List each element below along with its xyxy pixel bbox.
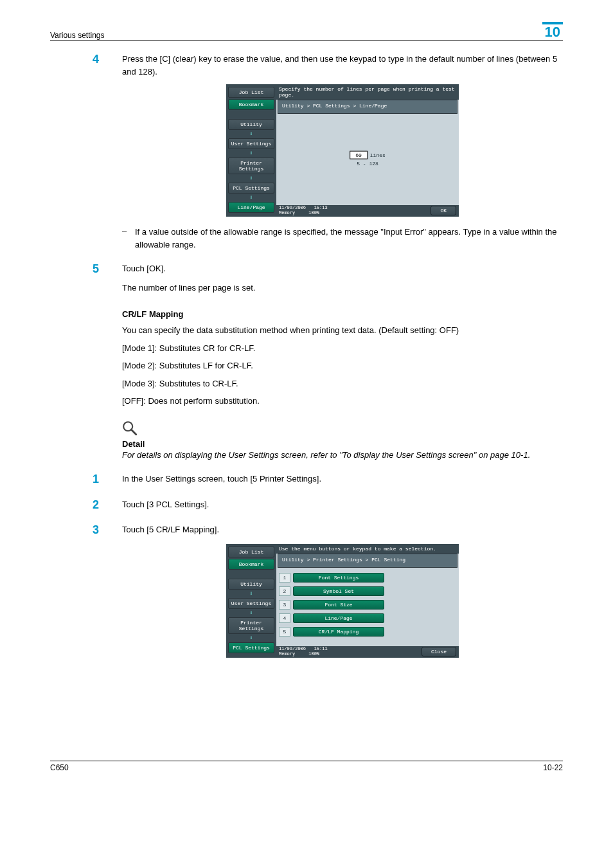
detail-heading: Detail	[122, 439, 563, 449]
crlf-off: [OFF]: Does not perform substitution.	[50, 395, 563, 408]
ss-user-settings-button[interactable]: User Settings	[228, 598, 274, 609]
dash-bullet: –	[122, 226, 135, 251]
ss-menu-item[interactable]: 2Symbol Set	[279, 586, 456, 596]
printer-screenshot-linepage: Job List Bookmark Utility ⬇ User Setting…	[226, 84, 459, 217]
crlf-heading: CR/LF Mapping	[50, 309, 563, 319]
ss-utility-button[interactable]: Utility	[228, 579, 274, 590]
ss-breadcrumb: Utility > Printer Settings > PCL Setting	[278, 554, 458, 568]
ss-ok-button[interactable]: OK	[431, 206, 456, 215]
ss-menu-label: Font Size	[293, 600, 384, 610]
down-arrow-icon: ⬇	[249, 610, 253, 617]
down-arrow-icon: ⬇	[249, 131, 253, 138]
ss-instruction-text: Specify the number of lines per page whe…	[276, 84, 459, 100]
ss-range-label: 5 - 128	[357, 161, 378, 167]
step-text: Press the [C] (clear) key to erase the v…	[122, 53, 563, 78]
ss-footer-info: 11/09/2006 15:11 Memory 100%	[279, 647, 422, 656]
step-number: 4	[93, 53, 122, 78]
ss-lines-input[interactable]: 60	[350, 151, 368, 159]
down-arrow-icon: ⬇	[249, 194, 253, 201]
ss-job-list-button[interactable]: Job List	[228, 547, 274, 557]
chapter-number: 10	[542, 22, 563, 40]
step-text: Touch [3 PCL Settings].	[122, 498, 563, 512]
step-number: 5	[93, 262, 122, 276]
ss-menu-item[interactable]: 5CR/LF Mapping	[279, 627, 456, 637]
ss-menu-label: Symbol Set	[293, 586, 384, 596]
ss-menu-number: 4	[279, 613, 290, 623]
ss-menu-number: 2	[279, 586, 290, 596]
step-number: 3	[93, 523, 122, 538]
step-note-text: If a value outside of the allowable rang…	[135, 226, 563, 251]
ss-menu-item[interactable]: 3Font Size	[279, 600, 456, 610]
ss-menu-number: 1	[279, 573, 290, 583]
step-text: In the User Settings screen, touch [5 Pr…	[122, 473, 563, 487]
ss-menu-item[interactable]: 1Font Settings	[279, 573, 456, 583]
crlf-mode2: [Mode 2]: Substitutes LF for CR-LF.	[50, 359, 563, 372]
ss-pcl-settings-button[interactable]: PCL Settings	[228, 642, 274, 653]
section-title: Various settings	[50, 31, 105, 40]
ss-bookmark-button[interactable]: Bookmark	[228, 559, 274, 570]
ss-menu-number: 3	[279, 600, 290, 610]
footer-model: C650	[50, 763, 69, 772]
step-text: Touch [OK].	[122, 262, 563, 276]
ss-footer-info: 11/09/2006 15:13 Memory 100%	[279, 206, 431, 215]
down-arrow-icon: ⬇	[249, 590, 253, 597]
step-number: 2	[93, 498, 122, 512]
ss-line-page-button[interactable]: Line/Page	[228, 202, 274, 213]
down-arrow-icon: ⬇	[249, 175, 253, 182]
svg-line-1	[131, 429, 136, 435]
crlf-intro: You can specify the data substitution me…	[50, 324, 563, 337]
ss-close-button[interactable]: Close	[422, 647, 456, 656]
ss-pcl-settings-button[interactable]: PCL Settings	[228, 183, 274, 194]
ss-menu-number: 5	[279, 627, 290, 637]
page-header: Various settings 10	[50, 22, 563, 41]
crlf-mode3: [Mode 3]: Substitutes to CR-LF.	[50, 377, 563, 390]
footer-page-number: 10-22	[543, 763, 563, 772]
step-result-text: The number of lines per page is set.	[122, 282, 563, 294]
page-footer: C650 10-22	[50, 761, 563, 772]
step-number: 1	[93, 473, 122, 487]
down-arrow-icon: ⬇	[249, 150, 253, 157]
ss-menu-label: Font Settings	[293, 573, 384, 583]
down-arrow-icon: ⬇	[249, 635, 253, 642]
ss-menu-item[interactable]: 4Line/Page	[279, 613, 456, 623]
ss-breadcrumb: Utility > PCL Settings > Line/Page	[278, 100, 458, 114]
ss-user-settings-button[interactable]: User Settings	[228, 138, 274, 149]
ss-unit-label: lines	[370, 152, 386, 158]
printer-screenshot-pclsetting: Job List Bookmark Utility ⬇ User Setting…	[226, 544, 459, 658]
ss-menu-label: CR/LF Mapping	[293, 627, 384, 637]
ss-job-list-button[interactable]: Job List	[228, 87, 274, 98]
ss-menu-label: Line/Page	[293, 613, 384, 623]
ss-printer-settings-button[interactable]: Printer Settings	[228, 158, 274, 174]
magnifier-icon	[121, 419, 139, 437]
crlf-mode1: [Mode 1]: Substitutes CR for CR-LF.	[50, 342, 563, 355]
ss-bookmark-button[interactable]: Bookmark	[228, 99, 274, 110]
ss-printer-settings-button[interactable]: Printer Settings	[228, 617, 274, 634]
detail-text: For details on displaying the User Setti…	[122, 449, 563, 462]
ss-instruction-text: Use the menu buttons or keypad to make a…	[276, 544, 459, 554]
ss-utility-button[interactable]: Utility	[228, 119, 274, 130]
step-text: Touch [5 CR/LF Mapping].	[122, 523, 563, 538]
